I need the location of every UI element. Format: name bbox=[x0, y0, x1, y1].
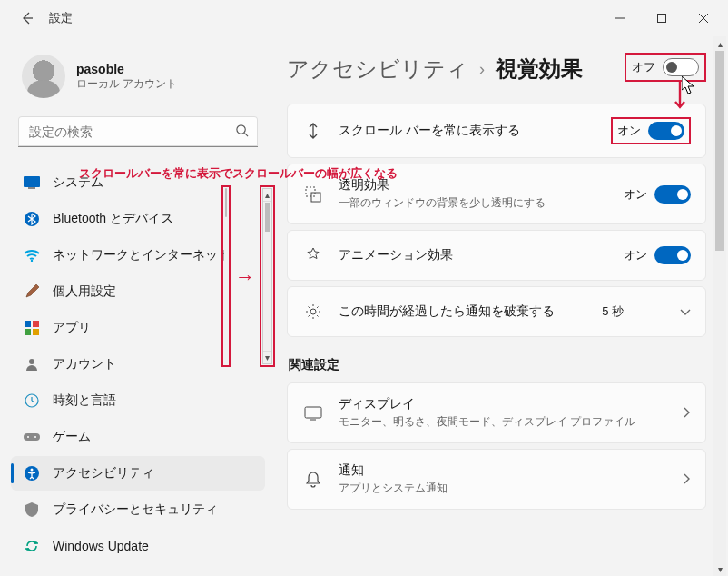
nav-label: 時刻と言語 bbox=[53, 392, 116, 409]
window-controls bbox=[599, 4, 724, 33]
svg-rect-20 bbox=[305, 407, 321, 418]
toggle-off-demo[interactable] bbox=[663, 58, 699, 76]
setting-animation[interactable]: アニメーション効果 オン bbox=[287, 230, 706, 281]
sidebar-item-gaming[interactable]: ゲーム bbox=[11, 420, 265, 454]
related-settings-heading: 関連設定 bbox=[289, 357, 704, 373]
profile-name: pasoble bbox=[76, 62, 177, 76]
red-arrow-down-icon bbox=[674, 82, 686, 113]
close-icon bbox=[699, 14, 708, 23]
svg-point-10 bbox=[29, 359, 34, 364]
search-field[interactable] bbox=[18, 116, 258, 147]
toggle-state-label: オン bbox=[617, 123, 641, 139]
close-button[interactable] bbox=[683, 4, 724, 33]
svg-point-19 bbox=[310, 309, 316, 314]
sidebar-item-accessibility[interactable]: アクセシビリティ bbox=[11, 456, 265, 491]
related-subtitle: モニター、明るさ、夜間モード、ディスプレイ プロファイル bbox=[339, 414, 662, 430]
transparency-icon bbox=[302, 186, 324, 203]
sidebar: pasoble ローカル アカウント スクロールバーを常に表示でスクロールバーの… bbox=[0, 36, 272, 576]
svg-rect-0 bbox=[658, 15, 666, 23]
chevron-down-icon[interactable] bbox=[680, 304, 691, 319]
minimize-button[interactable] bbox=[599, 4, 641, 33]
arrow-left-icon bbox=[20, 11, 34, 25]
svg-rect-17 bbox=[306, 187, 315, 196]
maximize-button[interactable] bbox=[641, 4, 683, 33]
svg-rect-9 bbox=[33, 329, 39, 335]
sidebar-item-privacy[interactable]: プライバシーとセキュリティ bbox=[11, 492, 265, 527]
chevron-right-icon: › bbox=[479, 60, 485, 79]
sidebar-item-time-language[interactable]: 時刻と言語 bbox=[11, 383, 265, 418]
profile-block[interactable]: pasoble ローカル アカウント bbox=[11, 47, 265, 113]
scrollbar-down-arrow[interactable]: ▾ bbox=[713, 561, 726, 576]
display-icon bbox=[302, 406, 324, 421]
window-title: 設定 bbox=[49, 11, 73, 26]
related-display[interactable]: ディスプレイ モニター、明るさ、夜間モード、ディスプレイ プロファイル bbox=[287, 382, 706, 443]
maximize-icon bbox=[657, 14, 666, 23]
setting-title: アニメーション効果 bbox=[339, 247, 609, 263]
nav-label: ネットワークとインターネット bbox=[53, 247, 231, 263]
off-label: オフ bbox=[632, 59, 655, 75]
svg-rect-3 bbox=[28, 187, 35, 189]
sidebar-item-windows-update[interactable]: Windows Update bbox=[11, 529, 265, 563]
scrollbars-toggle[interactable] bbox=[648, 122, 684, 140]
off-toggle-overlay: オフ bbox=[625, 53, 706, 82]
related-subtitle: アプリとシステム通知 bbox=[339, 481, 662, 496]
main-scrollbar[interactable]: ▴ ▾ bbox=[713, 36, 726, 576]
nav-label: Windows Update bbox=[53, 539, 149, 553]
avatar bbox=[22, 55, 65, 98]
back-button[interactable] bbox=[11, 2, 44, 35]
nav-label: アプリ bbox=[53, 320, 91, 336]
shield-icon bbox=[24, 502, 40, 518]
chevron-right-icon bbox=[684, 472, 691, 487]
svg-point-16 bbox=[31, 469, 34, 472]
related-notifications[interactable]: 通知 アプリとシステム通知 bbox=[287, 449, 706, 510]
svg-rect-2 bbox=[24, 176, 40, 187]
page-title: 視覚効果 bbox=[496, 55, 583, 84]
gamepad-icon bbox=[24, 429, 40, 445]
scrollbar-up-arrow[interactable]: ▴ bbox=[713, 36, 726, 51]
setting-notification-timeout[interactable]: この時間が経過したら通知を破棄する 5 秒 bbox=[287, 286, 706, 337]
svg-point-14 bbox=[34, 436, 36, 438]
setting-title: スクロール バーを常に表示する bbox=[339, 123, 596, 139]
system-icon bbox=[24, 174, 40, 191]
setting-subtitle: 一部のウィンドウの背景を少し透明にする bbox=[339, 195, 609, 211]
nav-label: Bluetooth とデバイス bbox=[53, 211, 173, 227]
update-icon bbox=[24, 538, 40, 554]
demo-arrow-icon: → bbox=[235, 265, 255, 289]
nav-label: 個人用設定 bbox=[53, 283, 116, 300]
main-panel: アクセシビリティ › 視覚効果 オフ スクロール バーを常に表示する オン bbox=[272, 36, 728, 576]
setting-title: この時間が経過したら通知を破棄する bbox=[339, 303, 587, 320]
animation-toggle[interactable] bbox=[654, 246, 691, 264]
svg-point-13 bbox=[27, 436, 29, 438]
brightness-icon bbox=[302, 303, 324, 320]
nav-label: アカウント bbox=[53, 356, 116, 372]
search-input[interactable] bbox=[18, 116, 258, 147]
svg-rect-7 bbox=[33, 321, 39, 327]
accessibility-icon bbox=[24, 465, 40, 482]
annotation-text: スクロールバーを常に表示でスクロールバーの幅が広くなる bbox=[79, 165, 398, 182]
svg-point-1 bbox=[237, 125, 245, 134]
person-icon bbox=[24, 356, 40, 372]
timeout-value[interactable]: 5 秒 bbox=[602, 303, 624, 320]
svg-point-5 bbox=[31, 260, 33, 262]
wifi-icon bbox=[24, 247, 40, 263]
bluetooth-icon bbox=[24, 211, 40, 227]
scrollbar-thumb[interactable] bbox=[715, 51, 724, 251]
nav-label: ゲーム bbox=[53, 429, 91, 445]
svg-rect-18 bbox=[311, 193, 320, 202]
search-icon bbox=[235, 124, 249, 140]
setting-scrollbars[interactable]: スクロール バーを常に表示する オン bbox=[287, 104, 706, 158]
scrollbar-track[interactable] bbox=[713, 51, 726, 561]
paintbrush-icon bbox=[24, 283, 40, 300]
transparency-toggle[interactable] bbox=[654, 185, 691, 204]
scrollbar-icon bbox=[302, 122, 324, 140]
nav-label: アクセシビリティ bbox=[53, 465, 154, 482]
toggle-state-label: オン bbox=[624, 247, 647, 263]
svg-rect-6 bbox=[25, 321, 31, 327]
titlebar: 設定 bbox=[0, 0, 728, 36]
breadcrumb-parent[interactable]: アクセシビリティ bbox=[287, 55, 468, 84]
highlighted-toggle-area: オン bbox=[611, 117, 691, 144]
related-title: ディスプレイ bbox=[339, 396, 662, 412]
svg-rect-12 bbox=[24, 433, 40, 441]
nav-label: プライバシーとセキュリティ bbox=[53, 502, 218, 518]
minimize-icon bbox=[615, 14, 625, 23]
